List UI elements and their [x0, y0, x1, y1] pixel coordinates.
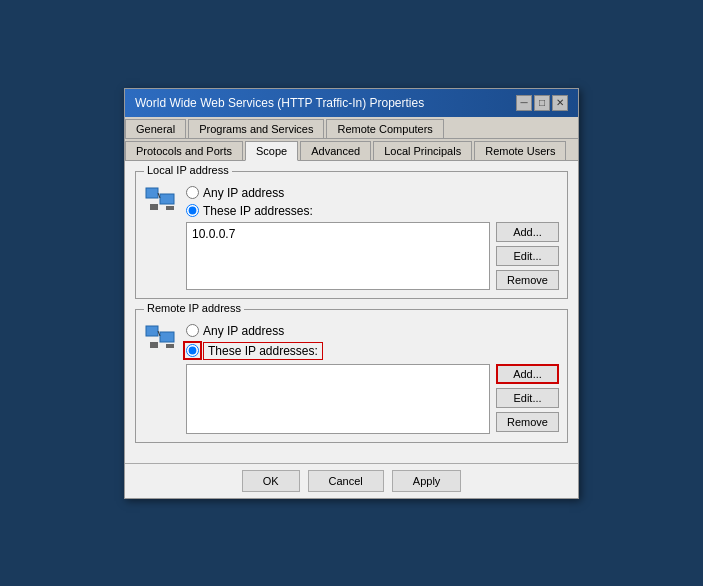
tab-programs-services[interactable]: Programs and Services	[188, 119, 324, 138]
remote-btn-group: Add... Edit... Remove	[496, 364, 559, 434]
local-any-ip-radio[interactable]	[186, 186, 199, 199]
remote-network-icon	[144, 324, 176, 352]
main-apply-button[interactable]: Apply	[392, 470, 462, 492]
main-cancel-button[interactable]: Cancel	[308, 470, 384, 492]
svg-rect-4	[166, 206, 174, 210]
remote-any-ip-radio[interactable]	[186, 324, 199, 337]
tab-protocols-ports[interactable]: Protocols and Ports	[125, 141, 243, 160]
content-area: Local IP address	[125, 161, 578, 463]
local-these-ip-radio[interactable]	[186, 204, 199, 217]
local-ip-listbox[interactable]: 10.0.0.7	[186, 222, 490, 290]
remote-these-ip-label: These IP addresses:	[203, 342, 323, 360]
tab-row-1: General Programs and Services Remote Com…	[125, 117, 578, 139]
tab-advanced[interactable]: Advanced	[300, 141, 371, 160]
remote-add-button[interactable]: Add...	[496, 364, 559, 384]
window-title: World Wide Web Services (HTTP Traffic-In…	[135, 96, 424, 110]
local-any-ip-label: Any IP address	[203, 186, 284, 200]
local-add-button[interactable]: Add...	[496, 222, 559, 242]
remote-these-ip-row: These IP addresses:	[186, 342, 559, 360]
svg-rect-1	[160, 194, 174, 204]
bottom-bar: OK Cancel Apply	[125, 463, 578, 498]
local-ip-group: Local IP address	[135, 171, 568, 299]
svg-rect-0	[146, 188, 158, 198]
local-ip-list-area: 10.0.0.7 Add... Edit... Remove	[186, 222, 559, 290]
local-btn-group: Add... Edit... Remove	[496, 222, 559, 290]
remote-ip-group-label: Remote IP address	[144, 302, 244, 314]
main-window: World Wide Web Services (HTTP Traffic-In…	[124, 88, 579, 499]
main-ok-button[interactable]: OK	[242, 470, 300, 492]
tab-scope[interactable]: Scope	[245, 141, 298, 161]
remote-ip-listbox[interactable]	[186, 364, 490, 434]
tab-remote-users[interactable]: Remote Users	[474, 141, 566, 160]
svg-rect-6	[160, 332, 174, 342]
remote-remove-button[interactable]: Remove	[496, 412, 559, 432]
local-any-ip-row: Any IP address	[186, 186, 559, 200]
svg-rect-3	[150, 204, 158, 210]
local-network-icon	[144, 186, 176, 214]
local-remove-button[interactable]: Remove	[496, 270, 559, 290]
tab-row-2: Protocols and Ports Scope Advanced Local…	[125, 139, 578, 161]
svg-rect-8	[150, 342, 158, 348]
title-bar: World Wide Web Services (HTTP Traffic-In…	[125, 89, 578, 117]
minimize-button[interactable]: ─	[516, 95, 532, 111]
local-these-ip-row: These IP addresses:	[186, 204, 559, 218]
local-edit-button[interactable]: Edit...	[496, 246, 559, 266]
remote-ip-list-area: Add... Edit... Remove	[186, 364, 559, 434]
tab-remote-computers[interactable]: Remote Computers	[326, 119, 443, 138]
tab-general[interactable]: General	[125, 119, 186, 138]
svg-rect-9	[166, 344, 174, 348]
tab-local-principals[interactable]: Local Principals	[373, 141, 472, 160]
local-these-ip-label: These IP addresses:	[203, 204, 313, 218]
maximize-button[interactable]: □	[534, 95, 550, 111]
local-ip-group-label: Local IP address	[144, 164, 232, 176]
close-button[interactable]: ✕	[552, 95, 568, 111]
svg-rect-5	[146, 326, 158, 336]
local-ip-value: 10.0.0.7	[190, 226, 486, 242]
remote-edit-button[interactable]: Edit...	[496, 388, 559, 408]
remote-ip-group: Remote IP address	[135, 309, 568, 443]
remote-these-ip-radio[interactable]	[186, 344, 199, 357]
remote-any-ip-row: Any IP address	[186, 324, 559, 338]
title-bar-buttons: ─ □ ✕	[516, 95, 568, 111]
remote-any-ip-label: Any IP address	[203, 324, 284, 338]
